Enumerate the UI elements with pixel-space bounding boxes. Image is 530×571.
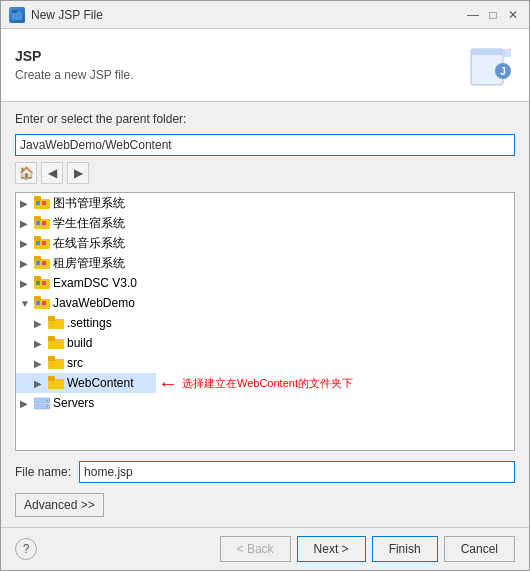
window-icon xyxy=(9,7,25,23)
folder-icon xyxy=(48,356,64,370)
annotation-text: 选择建立在WebContent的文件夹下 xyxy=(182,376,353,391)
svg-rect-5 xyxy=(503,49,511,57)
list-item[interactable]: ▼ JavaWebDemo xyxy=(16,293,514,313)
list-item[interactable]: ▶ WebContent xyxy=(16,373,156,393)
advanced-button[interactable]: Advanced >> xyxy=(15,493,104,517)
svg-rect-37 xyxy=(48,356,55,361)
titlebar: New JSP File — □ ✕ xyxy=(1,1,529,29)
svg-rect-39 xyxy=(48,376,55,381)
maximize-button[interactable]: □ xyxy=(485,7,501,23)
folder-icon xyxy=(48,376,64,390)
next-button[interactable]: Next > xyxy=(297,536,366,562)
main-window: New JSP File — □ ✕ JSP Create a new JSP … xyxy=(0,0,530,571)
svg-rect-25 xyxy=(34,276,41,281)
home-button[interactable]: 🏠 xyxy=(15,162,37,184)
list-item[interactable]: ▶ 图书管理系统 xyxy=(16,193,514,213)
svg-rect-10 xyxy=(36,201,40,205)
finish-button[interactable]: Finish xyxy=(372,536,438,562)
list-item[interactable]: ▶ Servers xyxy=(16,393,514,413)
svg-rect-3 xyxy=(471,49,503,55)
svg-rect-19 xyxy=(42,241,46,245)
main-content: Enter or select the parent folder: JavaW… xyxy=(1,102,529,527)
svg-rect-31 xyxy=(42,301,46,305)
toolbar-row: 🏠 ◀ ▶ xyxy=(15,162,515,184)
advanced-section: Advanced >> xyxy=(15,489,515,517)
help-button[interactable]: ? xyxy=(15,538,37,560)
svg-point-42 xyxy=(46,400,48,402)
svg-text:J: J xyxy=(500,66,506,77)
svg-rect-35 xyxy=(48,336,55,341)
svg-rect-14 xyxy=(36,221,40,225)
tree-item-label: WebContent xyxy=(67,376,134,390)
svg-rect-29 xyxy=(34,296,41,301)
list-item[interactable]: ▶ .settings xyxy=(16,313,514,333)
expand-icon: ▶ xyxy=(20,278,34,289)
svg-rect-30 xyxy=(36,301,40,305)
expand-icon: ▶ xyxy=(20,398,34,409)
back-button[interactable]: ◀ xyxy=(41,162,63,184)
list-item[interactable]: ▶ build xyxy=(16,333,514,353)
svg-rect-15 xyxy=(42,221,46,225)
titlebar-controls: — □ ✕ xyxy=(465,7,521,23)
svg-rect-26 xyxy=(36,281,40,285)
svg-rect-11 xyxy=(42,201,46,205)
svg-rect-18 xyxy=(36,241,40,245)
forward-button[interactable]: ▶ xyxy=(67,162,89,184)
arrow-annotation: ← xyxy=(158,373,178,393)
expand-icon: ▶ xyxy=(20,238,34,249)
header-title: JSP xyxy=(15,48,134,64)
tree-item-label: 图书管理系统 xyxy=(53,195,125,212)
header-text: JSP Create a new JSP file. xyxy=(15,48,134,82)
expand-icon: ▶ xyxy=(20,218,34,229)
project-icon xyxy=(34,216,50,230)
list-item[interactable]: ▶ src xyxy=(16,353,514,373)
project-icon xyxy=(34,196,50,210)
tree-item-label: 学生住宿系统 xyxy=(53,215,125,232)
svg-rect-13 xyxy=(34,216,41,221)
footer-buttons: < Back Next > Finish Cancel xyxy=(220,536,515,562)
list-item[interactable]: ▶ ExamDSC V3.0 xyxy=(16,273,514,293)
expand-icon: ▶ xyxy=(34,318,48,329)
folder-icon xyxy=(48,336,64,350)
list-item[interactable]: ▶ 学生住宿系统 xyxy=(16,213,514,233)
webcontent-row: ▶ WebContent ← 选择建立在WebContent的文件夹下 xyxy=(16,373,514,393)
expand-icon: ▶ xyxy=(34,338,48,349)
svg-rect-1 xyxy=(12,10,17,13)
project-icon xyxy=(34,296,50,310)
window-title: New JSP File xyxy=(31,8,103,22)
tree-item-label: JavaWebDemo xyxy=(53,296,135,310)
titlebar-left: New JSP File xyxy=(9,7,103,23)
svg-point-43 xyxy=(46,406,48,408)
svg-rect-21 xyxy=(34,256,41,261)
file-name-input[interactable]: home.jsp xyxy=(79,461,515,483)
tree-container[interactable]: ▶ 图书管理系统 ▶ 学生住宿系统 xyxy=(15,192,515,451)
minimize-button[interactable]: — xyxy=(465,7,481,23)
tree-item-label: build xyxy=(67,336,92,350)
close-button[interactable]: ✕ xyxy=(505,7,521,23)
header-section: JSP Create a new JSP file. J xyxy=(1,29,529,102)
svg-rect-9 xyxy=(34,196,41,201)
svg-rect-17 xyxy=(34,236,41,241)
tree-item-label: src xyxy=(67,356,83,370)
header-description: Create a new JSP file. xyxy=(15,68,134,82)
project-icon xyxy=(34,256,50,270)
tree-item-label: 租房管理系统 xyxy=(53,255,125,272)
server-icon xyxy=(34,396,50,410)
svg-rect-33 xyxy=(48,316,55,321)
expand-icon: ▼ xyxy=(20,298,34,309)
tree-item-label: .settings xyxy=(67,316,112,330)
back-button[interactable]: < Back xyxy=(220,536,291,562)
folder-input[interactable]: JavaWebDemo/WebContent xyxy=(15,134,515,156)
file-name-label: File name: xyxy=(15,465,71,479)
expand-icon: ▶ xyxy=(20,258,34,269)
footer: ? < Back Next > Finish Cancel xyxy=(1,527,529,570)
list-item[interactable]: ▶ 在线音乐系统 xyxy=(16,233,514,253)
svg-rect-23 xyxy=(42,261,46,265)
svg-rect-0 xyxy=(12,12,22,20)
expand-icon: ▶ xyxy=(34,358,48,369)
tree-item-label: ExamDSC V3.0 xyxy=(53,276,137,290)
list-item[interactable]: ▶ 租房管理系统 xyxy=(16,253,514,273)
project-icon xyxy=(34,236,50,250)
cancel-button[interactable]: Cancel xyxy=(444,536,515,562)
tree-item-label: 在线音乐系统 xyxy=(53,235,125,252)
